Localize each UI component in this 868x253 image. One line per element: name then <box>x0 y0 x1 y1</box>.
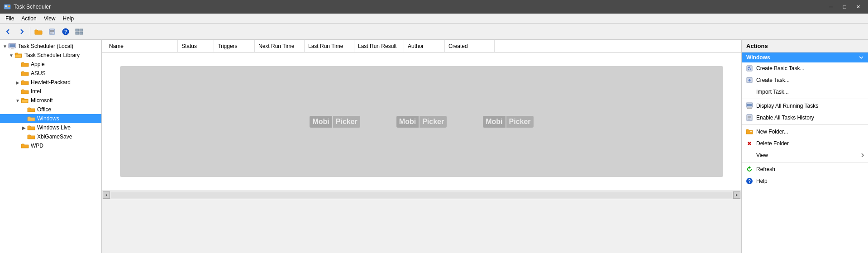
help-toolbar-icon: ? <box>62 28 69 35</box>
sidebar-item-microsoft[interactable]: ▼ Microsoft <box>0 96 101 105</box>
expander-microsoft[interactable]: ▼ <box>14 98 21 103</box>
create-basic-task-icon <box>745 64 754 72</box>
mobi-text-1: Mobi <box>310 116 332 128</box>
sidebar-item-task-scheduler-library[interactable]: ▼ Task Scheduler Library <box>0 51 101 60</box>
menu-bar: File Action View Help <box>0 14 868 24</box>
expander-hp[interactable]: ▶ <box>14 80 21 85</box>
menu-action[interactable]: Action <box>18 14 40 23</box>
action-create-task[interactable]: Create Task... <box>742 74 868 86</box>
sidebar-item-task-scheduler-local[interactable]: ▼ Task Scheduler (Local) <box>0 42 101 51</box>
expander-library[interactable]: ▼ <box>8 53 14 58</box>
minimize-button[interactable]: ─ <box>825 2 837 11</box>
title-bar-left: Task Scheduler <box>4 3 51 10</box>
refresh-icon <box>745 165 754 173</box>
menu-view[interactable]: View <box>40 14 59 23</box>
action-refresh[interactable]: Refresh <box>742 163 868 175</box>
label-wpd: WPD <box>31 143 43 149</box>
action-new-folder[interactable]: New Folder... <box>742 126 868 138</box>
label-intel: Intel <box>31 88 41 95</box>
expander-windows-live[interactable]: ▶ <box>21 125 27 130</box>
label-create-task: Create Task... <box>756 77 790 83</box>
lower-panel <box>102 199 741 253</box>
action-view[interactable]: View <box>742 149 868 161</box>
sidebar-item-asus[interactable]: ASUS <box>0 69 101 78</box>
close-button[interactable]: ✕ <box>852 2 864 11</box>
svg-rect-11 <box>76 32 79 34</box>
action-help[interactable]: ? Help <box>742 175 868 187</box>
sidebar-item-office[interactable]: Office <box>0 105 101 114</box>
folder-icon-asus <box>21 70 29 76</box>
label-windows-live: Windows Live <box>37 124 71 131</box>
create-task-icon <box>745 76 754 84</box>
svg-rect-16 <box>10 49 14 49</box>
folder-icon-intel <box>21 88 29 95</box>
scroll-track[interactable] <box>111 192 732 198</box>
col-header-created: Created <box>445 40 495 52</box>
display-running-tasks-icon <box>745 102 754 110</box>
svg-rect-10 <box>80 29 83 31</box>
action-import-task[interactable]: Import Task... <box>742 86 868 98</box>
mobi-text-2: Mobi <box>396 116 419 128</box>
action-display-running-tasks[interactable]: Display All Running Tasks <box>742 100 868 112</box>
horizontal-scrollbar[interactable]: ◂ ▸ <box>102 191 741 199</box>
label-office: Office <box>37 106 51 113</box>
title-bar-controls: ─ □ ✕ <box>825 2 864 11</box>
separator-2 <box>742 124 868 125</box>
sidebar-item-apple[interactable]: Apple <box>0 60 101 69</box>
folder-icon-hp <box>21 79 29 86</box>
scroll-left-button[interactable]: ◂ <box>103 191 110 199</box>
sidebar-item-intel[interactable]: Intel <box>0 87 101 96</box>
view-icon <box>745 151 754 159</box>
action-enable-history[interactable]: Enable All Tasks History <box>742 112 868 124</box>
submenu-arrow-icon <box>861 153 864 158</box>
sidebar-item-xblgamesave[interactable]: XblGameSave <box>0 132 101 141</box>
section-label-windows: Windows <box>746 54 770 61</box>
col-header-last-result: Last Run Result <box>354 40 404 52</box>
view-toolbar-button[interactable] <box>73 26 86 38</box>
picker-text-3: Picker <box>506 116 534 128</box>
menu-help[interactable]: Help <box>59 14 78 23</box>
folder-icon <box>34 28 43 35</box>
label-apple: Apple <box>31 61 45 67</box>
folder-icon-xbl <box>27 134 35 140</box>
sidebar-item-windows[interactable]: Windows <box>0 114 101 123</box>
label-xblgamesave: XblGameSave <box>37 134 72 140</box>
section-collapse-icon <box>859 55 863 60</box>
svg-rect-21 <box>747 104 752 106</box>
sidebar-item-hewlett-packard[interactable]: ▶ Hewlett-Packard <box>0 78 101 87</box>
sidebar-item-windows-live[interactable]: ▶ Windows Live <box>0 123 101 132</box>
label-delete-folder: Delete Folder <box>756 140 789 147</box>
content-area: Name Status Triggers Next Run Time Last … <box>102 40 741 253</box>
col-header-name: Name <box>105 40 178 52</box>
enable-history-icon <box>745 114 754 122</box>
col-header-author: Author <box>404 40 445 52</box>
title-bar: Task Scheduler ─ □ ✕ <box>0 0 868 14</box>
watermark-logos: Mobi Picker Mobi Picker Mobi Picker <box>310 116 533 128</box>
maximize-button[interactable]: □ <box>838 2 851 11</box>
svg-point-2 <box>8 5 10 7</box>
col-header-last-run: Last Run Time <box>305 40 354 52</box>
action-create-basic-task[interactable]: Create Basic Task... <box>742 62 868 74</box>
expander-local[interactable]: ▼ <box>2 44 8 49</box>
label-task-scheduler-local: Task Scheduler (Local) <box>18 43 73 49</box>
menu-file[interactable]: File <box>2 14 18 23</box>
back-button[interactable] <box>2 26 14 38</box>
svg-rect-23 <box>747 108 752 109</box>
action-delete-folder[interactable]: Delete Folder <box>742 138 868 149</box>
window-title: Task Scheduler <box>14 4 51 10</box>
separator-1 <box>742 99 868 99</box>
label-view: View <box>756 152 768 158</box>
svg-rect-9 <box>76 29 79 31</box>
help-toolbar-button[interactable]: ? <box>59 26 72 38</box>
properties-button[interactable] <box>46 26 58 38</box>
folder-icon-apple <box>21 61 29 67</box>
actions-section-windows[interactable]: Windows <box>742 53 868 62</box>
forward-button[interactable] <box>15 26 28 38</box>
folder-button[interactable] <box>32 26 45 38</box>
folder-icon-office <box>27 106 35 113</box>
scroll-right-button[interactable]: ▸ <box>733 191 740 199</box>
svg-rect-14 <box>10 44 15 47</box>
table-header: Name Status Triggers Next Run Time Last … <box>102 40 741 53</box>
sidebar-item-wpd[interactable]: WPD <box>0 141 101 150</box>
svg-rect-22 <box>748 107 751 108</box>
